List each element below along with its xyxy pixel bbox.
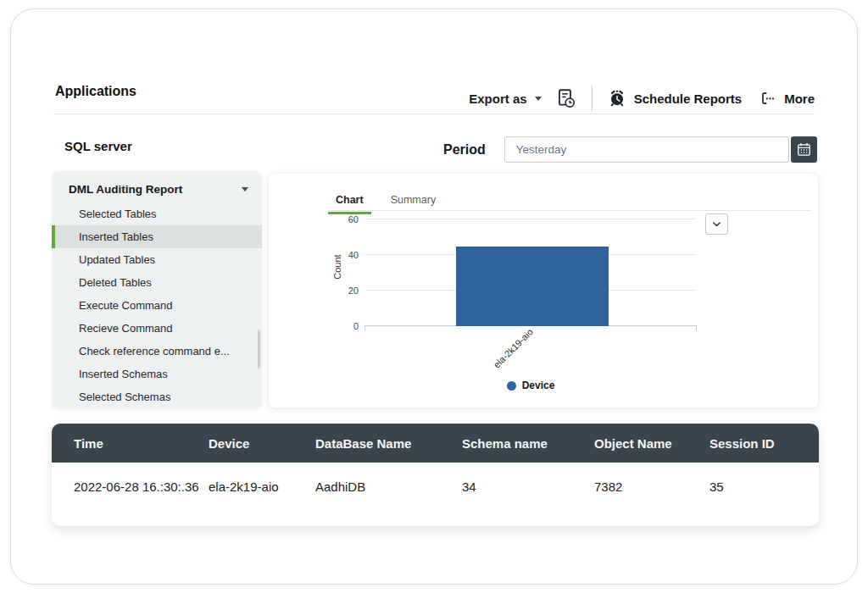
more-button[interactable]: More [760, 90, 815, 107]
results-table-card: Time Device DataBase Name Schema name Ob… [52, 424, 819, 526]
calendar-icon [796, 141, 812, 158]
app-window: Applications Export as [10, 8, 858, 585]
sidebar-item[interactable]: Inserted Schemas [52, 363, 262, 385]
period-label: Period [443, 142, 486, 158]
calendar-button[interactable] [791, 136, 817, 163]
sidebar-item[interactable]: Updated Tables [52, 248, 262, 271]
chart-options-dropdown-button[interactable] [705, 213, 728, 235]
y-tick-label: 60 [348, 214, 359, 224]
column-header-schema-name: Schema name [462, 424, 594, 463]
table-header-row: Time Device DataBase Name Schema name Ob… [52, 424, 819, 463]
legend-label: Device [522, 380, 555, 391]
cell-object-name: 7382 [594, 463, 709, 526]
sidebar-group-dml-auditing-report[interactable]: DML Auditing Report [52, 175, 262, 202]
column-header-session-id: Session ID [709, 424, 819, 463]
chart-plot [364, 219, 697, 326]
cell-session-id: 35 [709, 463, 819, 526]
tab-summary[interactable]: Summary [383, 191, 443, 214]
toolbar: Export as Schedule Reports [469, 84, 815, 113]
export-schedule-button[interactable] [554, 87, 576, 109]
cell-time: 2022-06-28 16.:30:.36 [52, 463, 209, 526]
export-as-button[interactable]: Export as [469, 91, 541, 106]
column-header-device: Device [209, 424, 315, 463]
app-name-label: SQL server [64, 139, 132, 153]
y-tick-label: 20 [348, 285, 359, 296]
sidebar-item[interactable]: Check reference command e... [52, 340, 262, 363]
header-divider [53, 114, 815, 114]
x-tick-label: ela-2k19-aio [492, 326, 535, 369]
results-table: Time Device DataBase Name Schema name Ob… [52, 424, 819, 526]
chart-bar-ela-2k19-aio[interactable] [456, 247, 609, 327]
chart-panel: Chart Summary Count 0204060 ela-2k19-aio… [268, 173, 819, 408]
table-row: 2022-06-28 16.:30:.36 ela-2k19-aio Aadhi… [52, 463, 819, 526]
legend-dot [507, 381, 516, 391]
export-as-label: Export as [469, 91, 526, 106]
page-title: Applications [55, 84, 136, 99]
sidebar-item[interactable]: Inserted Tables [52, 225, 262, 248]
caret-down-icon [242, 187, 248, 191]
sidebar-item[interactable]: Recieve Command [52, 317, 262, 340]
schedule-reports-label: Schedule Reports [634, 91, 743, 106]
sidebar-item[interactable]: Execute Command [52, 294, 262, 317]
report-sidebar: DML Auditing Report Selected Tables Inse… [52, 171, 262, 409]
column-header-time: Time [52, 424, 209, 463]
sidebar-item[interactable]: Deleted Tables [52, 271, 262, 294]
toolbar-divider [592, 86, 593, 111]
sidebar-scrollbar[interactable] [258, 330, 260, 369]
more-label: More [784, 91, 815, 106]
cell-schema-name: 34 [462, 463, 594, 526]
alarm-clock-icon [608, 89, 626, 108]
cell-database-name: AadhiDB [315, 463, 462, 526]
document-clock-icon [554, 87, 576, 109]
sidebar-item[interactable]: Selected Tables [52, 202, 262, 225]
sidebar-item[interactable]: Selected Schemas [52, 385, 262, 408]
column-header-object-name: Object Name [594, 424, 709, 463]
x-axis-area: ela-2k19-aio [364, 327, 697, 376]
y-tick-label: 0 [353, 321, 359, 331]
chart-gridline [364, 219, 697, 219]
sidebar-group-label: DML Auditing Report [69, 183, 182, 196]
chart-legend-device[interactable]: Device [364, 380, 697, 391]
period-filter: Period [443, 136, 817, 163]
tab-chart[interactable]: Chart [328, 191, 371, 214]
schedule-reports-button[interactable]: Schedule Reports [608, 89, 743, 108]
caret-down-icon [535, 97, 542, 101]
y-axis-ticks: 0204060 [328, 219, 359, 326]
period-input[interactable] [504, 136, 789, 163]
chevron-down-icon [710, 218, 723, 230]
y-tick-label: 40 [348, 250, 359, 260]
cell-device: ela-2k19-aio [209, 463, 315, 526]
column-header-database-name: DataBase Name [315, 424, 462, 463]
chart-tabs: Chart Summary [328, 191, 443, 214]
more-panel-icon [760, 90, 776, 107]
